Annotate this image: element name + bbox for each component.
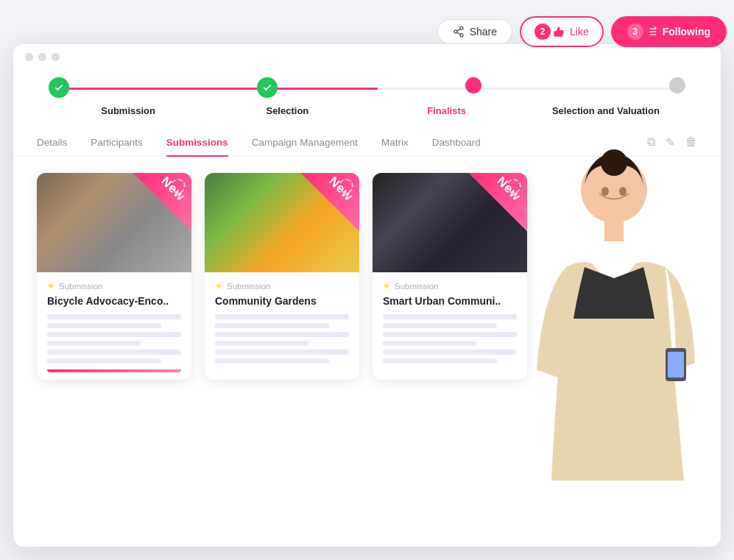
tab-campaign[interactable]: Campaign Management [252, 130, 358, 157]
card-line [215, 314, 349, 319]
card-title-3: Smart Urban Communi.. [383, 295, 517, 307]
main-window: Submission Selection Finalists Selection… [13, 44, 721, 547]
step-dot-selection [257, 77, 278, 98]
tab-participants[interactable]: Participants [91, 130, 143, 157]
card-type-2: ✳ Submission [215, 281, 349, 291]
following-label: Following [663, 26, 710, 38]
new-badge-text-2: New [326, 174, 356, 204]
card-line [215, 341, 308, 346]
card-line [215, 323, 329, 328]
card-lines-1 [47, 314, 181, 364]
svg-point-0 [460, 26, 463, 29]
card-line [383, 350, 517, 355]
action-bar: Share 2 Like 3 Following [437, 16, 727, 47]
card-line [383, 323, 497, 328]
card-line [47, 332, 181, 337]
card-bicycle[interactable]: New ✳ Submission Bicycle Advocacy-Enco.. [37, 173, 191, 380]
edit-icon[interactable]: ✎ [666, 135, 675, 149]
card-body-1: ✳ Submission Bicycle Advocacy-Enco.. [37, 272, 191, 380]
window-chrome [13, 44, 721, 70]
submission-icon-2: ✳ [215, 281, 222, 291]
check-icon-2 [262, 82, 272, 93]
following-icon [646, 26, 657, 38]
step-dot-finalists [465, 77, 481, 93]
card-community[interactable]: New ✳ Submission Community Gardens [205, 173, 359, 380]
like-count: 2 [534, 24, 551, 40]
share-label: Share [470, 26, 497, 38]
tab-matrix[interactable]: Matrix [381, 130, 409, 157]
card-line [47, 341, 141, 346]
tabs-section: Details Participants Submissions Campaig… [13, 130, 721, 157]
card-type-3: ✳ Submission [383, 281, 517, 291]
like-icon [553, 26, 565, 38]
card-image-1: New [37, 173, 191, 272]
tab-submissions[interactable]: Submissions [166, 130, 228, 157]
card-title-1: Bicycle Advocacy-Enco.. [47, 295, 181, 307]
new-badge-text-1: New [158, 174, 188, 204]
card-image-2: New [205, 173, 359, 272]
card-type-label-1: Submission [59, 282, 102, 291]
card-type-label-2: Submission [227, 282, 270, 291]
svg-line-4 [456, 29, 460, 31]
step-dots [49, 77, 685, 98]
tab-dashboard[interactable]: Dashboard [432, 130, 481, 157]
submission-icon-1: ✳ [47, 281, 54, 291]
tab-details[interactable]: Details [37, 130, 67, 157]
step-label-valuation: Selection and Valuation [526, 105, 685, 116]
svg-point-1 [454, 30, 457, 33]
check-icon-1 [54, 82, 64, 93]
step-label-submission: Submission [49, 105, 208, 116]
card-accent-1 [47, 369, 181, 372]
card-type-label-3: Submission [395, 282, 438, 291]
card-line [47, 358, 161, 364]
submission-icon-3: ✳ [383, 281, 390, 291]
card-title-2: Community Gardens [215, 295, 349, 307]
share-button[interactable]: Share [437, 19, 512, 44]
chrome-dot-2 [38, 53, 46, 61]
cards-section: New ✳ Submission Bicycle Advocacy-Enco.. [13, 157, 721, 396]
card-line [47, 314, 181, 319]
chrome-dot-3 [52, 53, 60, 61]
copy-icon[interactable]: ⧉ [647, 135, 655, 149]
svg-line-3 [456, 32, 460, 35]
like-button[interactable]: 2 Like [520, 16, 604, 47]
share-icon [453, 26, 465, 38]
card-body-2: ✳ Submission Community Gardens [205, 272, 359, 377]
delete-icon[interactable]: 🗑 [685, 135, 697, 149]
chrome-dot-1 [25, 53, 33, 61]
card-line [47, 323, 161, 328]
card-smart-urban[interactable]: New ✳ Submission Smart Urban Communi.. [373, 173, 527, 380]
progress-steps [49, 77, 685, 98]
svg-point-2 [460, 34, 463, 37]
card-line [383, 332, 517, 337]
card-line [215, 332, 349, 337]
card-image-3: New [373, 173, 527, 272]
card-lines-2 [215, 314, 349, 364]
card-line [47, 350, 181, 355]
like-label: Like [570, 26, 589, 38]
tab-actions: ⧉ ✎ 🗑 [647, 135, 697, 149]
following-button[interactable]: 3 Following [611, 16, 727, 47]
card-line [215, 350, 349, 355]
step-labels: Submission Selection Finalists Selection… [49, 105, 685, 116]
progress-section: Submission Selection Finalists Selection… [13, 70, 721, 130]
step-dot-valuation [669, 77, 685, 93]
card-line [383, 314, 517, 319]
step-label-selection: Selection [208, 105, 367, 116]
following-count: 3 [627, 24, 643, 40]
new-badge-text-3: New [494, 174, 524, 204]
step-dot-submission [49, 77, 69, 98]
card-body-3: ✳ Submission Smart Urban Communi.. [373, 272, 527, 377]
step-label-finalists: Finalists [367, 105, 526, 116]
card-lines-3 [383, 314, 517, 364]
card-line [383, 358, 497, 364]
card-type-1: ✳ Submission [47, 281, 181, 291]
card-line [383, 341, 476, 346]
card-line [215, 358, 329, 364]
